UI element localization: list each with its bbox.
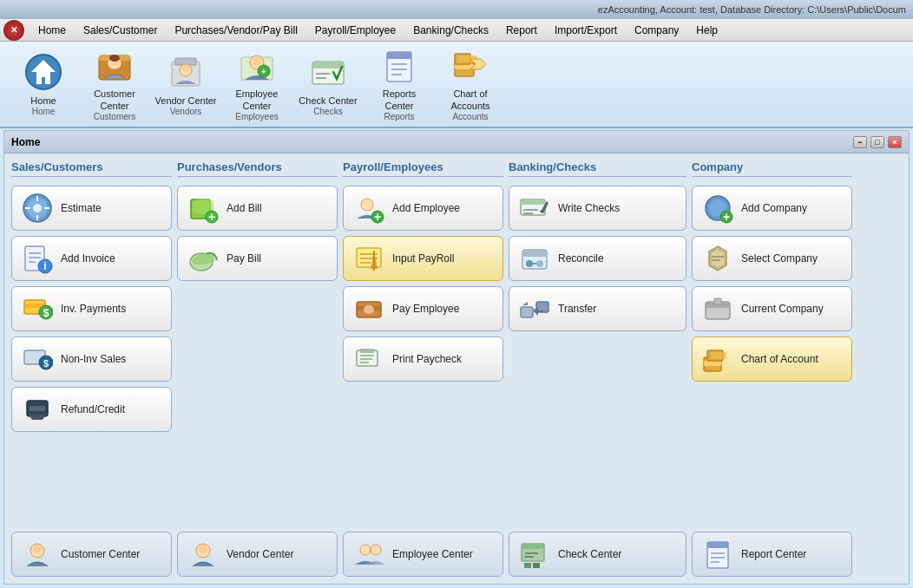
svg-point-32 — [33, 204, 42, 212]
system-button[interactable]: ✕ — [3, 20, 24, 41]
check-center-icon — [309, 53, 347, 91]
svg-text:+: + — [374, 210, 381, 224]
maximize-button[interactable]: □ — [870, 136, 884, 148]
toolbar-customer-label: Customer Center — [83, 88, 146, 111]
menu-banking[interactable]: Banking/Checks — [404, 22, 497, 39]
inv-payments-button[interactable]: $ Inv. Payments — [11, 286, 172, 331]
minimize-button[interactable]: − — [853, 136, 867, 148]
add-invoice-button[interactable]: i Add Invoice — [11, 236, 172, 281]
write-checks-button[interactable]: Write Checks — [509, 186, 686, 231]
menu-purchases[interactable]: Purchases/Vendor/Pay Bill — [166, 22, 305, 39]
vendor-center-bottom-button[interactable]: Vendor Center — [177, 532, 338, 577]
toolbar-home[interactable]: Home Home — [9, 46, 78, 122]
svg-point-78 — [371, 545, 381, 555]
add-company-button[interactable]: + Add Company — [692, 186, 852, 231]
menu-home[interactable]: Home — [30, 22, 75, 39]
menu-import-export[interactable]: Import/Export — [546, 22, 626, 39]
toolbar-vendor-label: Vendor Center — [155, 95, 217, 107]
refund-credit-button[interactable]: Refund/Credit — [11, 387, 172, 432]
toolbar-reports-center[interactable]: Reports Center Reports — [365, 46, 434, 122]
svg-rect-84 — [522, 250, 547, 257]
non-inv-sales-label: Non-Inv Sales — [61, 353, 126, 365]
check-center-bottom-button[interactable]: Check Center — [509, 532, 686, 577]
svg-rect-63 — [357, 248, 381, 267]
reconcile-button[interactable]: Reconcile — [509, 236, 686, 281]
window-controls: − □ × — [853, 136, 902, 148]
pay-employee-label: Pay Employee — [392, 303, 459, 315]
payroll-employees-section: Payroll/Employees + Add Employee Input P — [343, 160, 503, 577]
toolbar-customer-center[interactable]: Customer Center Customers — [80, 46, 149, 122]
svg-rect-88 — [521, 307, 533, 317]
svg-text:i: i — [43, 260, 46, 272]
add-employee-button[interactable]: + Add Employee — [343, 186, 503, 231]
home-panel-title: Home — [11, 136, 40, 148]
vendor-center-bottom-icon — [187, 538, 220, 571]
add-bill-button[interactable]: + Add Bill — [177, 186, 338, 231]
close-button[interactable]: × — [888, 136, 902, 148]
home-panel: Home − □ × Sales/Customers — [3, 130, 910, 585]
svg-point-60 — [361, 199, 373, 211]
svg-rect-76 — [360, 349, 374, 353]
pay-employee-button[interactable]: Pay Employee — [343, 286, 503, 331]
refund-credit-label: Refund/Credit — [61, 403, 125, 415]
input-payroll-button[interactable]: Input PayRoll — [343, 236, 503, 281]
chart-account-button[interactable]: Chart of Account — [692, 336, 852, 382]
toolbar-vendor-center[interactable]: Vendor Center Vendors — [151, 46, 220, 122]
svg-point-86 — [536, 260, 543, 267]
svg-point-85 — [526, 260, 533, 267]
report-center-bottom-button[interactable]: Report Center — [692, 532, 852, 577]
estimate-icon — [21, 192, 54, 225]
toolbar-reports-label: Reports Center — [368, 88, 430, 111]
toolbar-coa-sublabel: Accounts — [452, 112, 488, 121]
toolbar-employee-center[interactable]: + Employee Center Employees — [222, 46, 292, 122]
menu-help[interactable]: Help — [687, 22, 726, 39]
svg-point-71 — [364, 305, 374, 314]
inv-payments-icon: $ — [21, 292, 54, 325]
toolbar-check-sublabel: Checks — [313, 107, 342, 116]
current-company-icon — [701, 292, 734, 325]
panels-area: Home − □ × Sales/Customers — [3, 130, 910, 585]
report-center-bottom-label: Report Center — [741, 548, 806, 560]
estimate-button[interactable]: Estimate — [11, 186, 172, 231]
menu-report[interactable]: Report — [497, 22, 546, 39]
menu-payroll[interactable]: Payroll/Employee — [306, 22, 404, 39]
select-company-label: Select Company — [741, 252, 818, 265]
toolbar: Home Home Customer Center Customers — [0, 42, 913, 128]
employee-center-bottom-icon — [352, 538, 385, 571]
employee-center-icon: + — [238, 47, 276, 85]
employee-center-bottom-button[interactable]: Employee Center — [343, 532, 503, 577]
select-company-button[interactable]: Select Company — [692, 236, 852, 281]
svg-point-13 — [253, 56, 261, 65]
pay-bill-button[interactable]: Pay Bill — [177, 236, 338, 281]
menu-company[interactable]: Company — [626, 22, 687, 39]
menu-sales-customer[interactable]: Sales/Customer — [75, 22, 166, 39]
add-bill-icon: + — [187, 192, 220, 225]
svg-text:+: + — [208, 210, 215, 224]
toolbar-home-label: Home — [30, 95, 56, 107]
print-paycheck-button[interactable]: Print Paycheck — [343, 336, 503, 382]
svg-rect-21 — [387, 52, 411, 59]
transfer-button[interactable]: Transfer — [509, 286, 686, 331]
toolbar-check-center[interactable]: Check Center Checks — [293, 46, 363, 122]
toolbar-employee-label: Employee Center — [226, 88, 288, 111]
svg-rect-17 — [312, 62, 344, 69]
customer-center-bottom-button[interactable]: Customer Center — [11, 532, 172, 577]
add-bill-label: Add Bill — [227, 202, 262, 214]
chart-account-icon — [701, 343, 734, 376]
reconcile-label: Reconcile — [558, 252, 604, 265]
svg-point-6 — [109, 55, 120, 62]
customer-center-bottom-icon — [21, 538, 54, 571]
non-inv-sales-button[interactable]: $ Non-Inv Sales — [11, 336, 172, 382]
reconcile-icon — [518, 242, 551, 275]
vendor-center-bottom-label: Vendor Center — [227, 548, 293, 560]
current-company-label: Current Company — [741, 303, 824, 315]
current-company-button[interactable]: Current Company — [692, 286, 852, 331]
banking-checks-section: Banking/Checks Write Checks Reconcile — [509, 160, 686, 577]
toolbar-chart-of-accounts[interactable]: Chart of Accounts Accounts — [436, 46, 505, 122]
toolbar-customer-sublabel: Customers — [94, 112, 135, 121]
company-section: Company + Add Company Select Company — [692, 160, 852, 577]
svg-rect-104 — [714, 298, 721, 304]
svg-text:$: $ — [43, 306, 49, 319]
estimate-label: Estimate — [61, 202, 102, 214]
print-paycheck-icon — [352, 343, 385, 376]
